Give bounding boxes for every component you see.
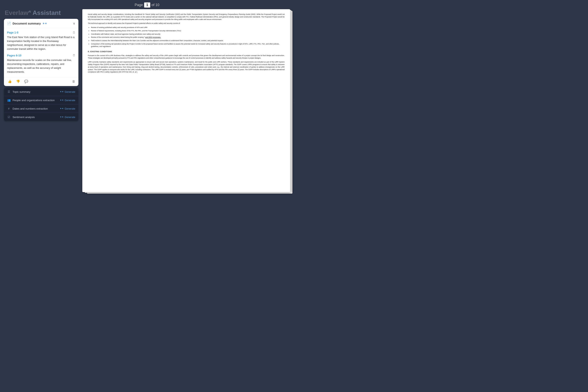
document-icon: 📄 [7, 22, 11, 25]
section1-label-text: Page 1-5 [7, 31, 18, 34]
delete-button[interactable]: 🗑 [72, 80, 75, 83]
generate-button-topic-summary[interactable]: ✦✦ Generate [60, 90, 75, 93]
thumbs-down-button[interactable]: 👎 [15, 79, 21, 84]
action-icon-dates-numbers: # [7, 107, 10, 110]
doc-bullet-4: Review of the comments and concerns rais… [91, 36, 284, 38]
action-item-people-orgs[interactable]: 👥 People and organizations extraction ✦✦… [4, 96, 78, 104]
summary-card: 📄 Document summary ✦✦ ∨ Page 1-5 🗒 The E… [4, 19, 78, 86]
page-header: Page 1 of 10 [0, 0, 294, 9]
generate-sparkle-people-orgs: ✦✦ [60, 99, 64, 102]
page-of: of 10 [152, 3, 159, 7]
doc-viewer-container: transit safety and security design consi… [82, 9, 290, 192]
action-label-sentiment: Sentiment analysis [12, 116, 35, 118]
app-title: EverlawAI Assistant [4, 9, 78, 16]
main-layout: EverlawAI Assistant 📄 Document summary ✦… [0, 9, 294, 196]
generate-button-people-orgs[interactable]: ✦✦ Generate [60, 99, 75, 102]
app-title-ai: AI [28, 10, 31, 13]
feedback-left: 👍 👎 💬 [7, 79, 29, 84]
summary-title: Document summary [12, 22, 41, 25]
doc-viewer-wrapper: transit safety and security design consi… [82, 9, 290, 192]
doc-para-intro: transit safety and security design consi… [88, 13, 284, 20]
action-label-people-orgs: People and organizations extraction [12, 99, 55, 102]
comment-button[interactable]: 💬 [24, 79, 29, 84]
doc-para-d1: Pursuant to the current MTA-LIRR Busines… [88, 54, 284, 60]
generate-label-people-orgs: Generate [65, 99, 75, 102]
doc-para-d2: LIRR currently maintains safety standard… [88, 61, 284, 73]
doc-bullet-6: Comparison of the existing rail operatio… [91, 43, 284, 48]
section1-text: The East New York station of the Long Is… [7, 35, 75, 51]
action-icon-sentiment: ☑ [7, 116, 10, 118]
page-label: Page [135, 3, 143, 7]
feedback-row: 👍 👎 💬 🗑 [4, 77, 78, 86]
generate-button-sentiment[interactable]: ✦✦ Generate [60, 116, 75, 118]
next-page-button[interactable]: › [294, 97, 294, 105]
doc-section-d: D. EXISTING CONDITIONS [88, 50, 284, 53]
section2-label-text: Pages 6-10 [7, 54, 21, 57]
action-item-left-sentiment: ☑ Sentiment analysis [7, 116, 35, 118]
action-label-topic-summary: Topic summary [12, 90, 30, 93]
page-number: 1 [144, 2, 150, 8]
doc-bullet-5: Field review to assess the interrelation… [91, 40, 284, 42]
summary-body: Page 1-5 🗒 The East New York station of … [4, 31, 78, 77]
copy-icon-2[interactable]: 🗒 [73, 54, 75, 57]
section2-text: Maintenance records for scales on the co… [7, 58, 75, 74]
generate-sparkle-dates-numbers: ✦✦ [60, 107, 64, 110]
doc-bullet-1: Review of existing published safety and … [91, 26, 284, 29]
thumbs-up-button[interactable]: 👍 [7, 79, 12, 84]
action-icon-people-orgs: 👥 [7, 98, 10, 102]
action-item-sentiment[interactable]: ☑ Sentiment analysis ✦✦ Generate [4, 113, 78, 121]
copy-icon-1[interactable]: 🗒 [73, 31, 75, 34]
action-item-dates-numbers[interactable]: # Dates and numbers extraction ✦✦ Genera… [4, 104, 78, 113]
app-title-everlaw: Everlaw [5, 9, 28, 16]
summary-header[interactable]: 📄 Document summary ✦✦ ∨ [4, 19, 78, 28]
section1-label: Page 1-5 🗒 [7, 31, 75, 34]
generate-sparkle-sentiment: ✦✦ [60, 116, 64, 118]
doc-para-approach: The technical approach to identify and a… [88, 22, 284, 25]
doc-page: transit safety and security design consi… [82, 9, 290, 192]
action-item-left-dates-numbers: # Dates and numbers extraction [7, 107, 48, 110]
action-icon-topic-summary: ☰ [7, 90, 10, 93]
action-items: ☰ Topic summary ✦✦ Generate 👥 People and… [4, 88, 78, 121]
action-item-left-topic-summary: ☰ Topic summary [7, 90, 30, 93]
generate-label-sentiment: Generate [65, 116, 75, 118]
action-label-dates-numbers: Dates and numbers extraction [12, 107, 48, 110]
generate-label-dates-numbers: Generate [65, 107, 75, 110]
doc-bullet-list: Review of existing published safety and … [88, 26, 284, 48]
summary-header-left: 📄 Document summary ✦✦ [7, 22, 47, 25]
app-title-assistant: Assistant [31, 9, 61, 16]
action-item-left-people-orgs: 👥 People and organizations extraction [7, 98, 55, 102]
generate-button-dates-numbers[interactable]: ✦✦ Generate [60, 107, 75, 110]
action-item-topic-summary[interactable]: ☰ Topic summary ✦✦ Generate [4, 88, 78, 96]
generate-label-topic-summary: Generate [65, 90, 75, 93]
chevron-icon: ∨ [73, 22, 75, 25]
doc-bullet-2: Review of federal requirements, includin… [91, 30, 284, 32]
doc-bullet-3: Coordination with federal, state, and lo… [91, 33, 284, 36]
left-panel: EverlawAI Assistant 📄 Document summary ✦… [4, 9, 78, 192]
sparkle-icon: ✦✦ [42, 22, 47, 25]
section2-label: Pages 6-10 🗒 [7, 54, 75, 57]
generate-sparkle-topic-summary: ✦✦ [60, 90, 64, 93]
